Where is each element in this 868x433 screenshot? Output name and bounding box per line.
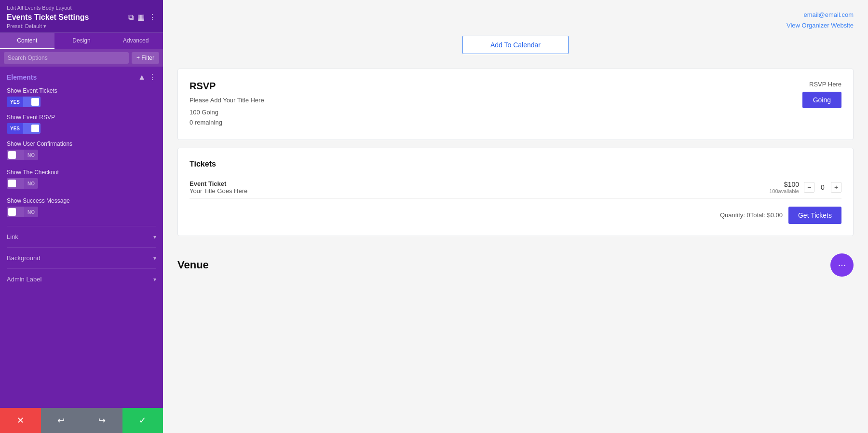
- preset-chevron: ▾: [43, 23, 46, 29]
- rsvp-here-label: RSVP Here: [809, 81, 841, 88]
- ticket-total-label: Quantity: 0Total: $0.00: [720, 211, 783, 219]
- collapse-icon[interactable]: ▲: [138, 73, 146, 82]
- link-section[interactable]: Link ▾: [7, 226, 156, 247]
- admin-label-chevron-icon: ▾: [153, 276, 156, 283]
- options-icon[interactable]: ⋮: [149, 72, 156, 82]
- elements-section-header: Elements ▲ ⋮: [7, 72, 156, 82]
- tickets-card: Tickets Event Ticket Your Title Goes Her…: [177, 148, 854, 236]
- section-header-icons: ▲ ⋮: [138, 72, 156, 82]
- ticket-footer: Quantity: 0Total: $0.00 Get Tickets: [190, 207, 841, 224]
- venue-section: Venue ···: [177, 244, 854, 286]
- show-event-rsvp-label: Show Event RSVP: [7, 114, 156, 121]
- add-to-calendar-button[interactable]: Add To Calendar: [462, 36, 569, 54]
- ticket-available: 100available: [769, 188, 799, 194]
- preset-row: Preset: Default ▾: [7, 23, 156, 29]
- panel-title: Events Ticket Settings: [7, 13, 89, 22]
- panel-header: Edit All Events Body Layout Events Ticke…: [0, 0, 163, 33]
- more-icon[interactable]: ⋮: [149, 13, 156, 22]
- ticket-right: $100 100available − 0 +: [769, 181, 841, 194]
- toggle-no-label3: no: [24, 207, 38, 217]
- background-chevron-icon: ▾: [153, 255, 156, 262]
- going-button[interactable]: Going: [802, 92, 841, 108]
- background-section[interactable]: Background ▾: [7, 247, 156, 268]
- add-to-calendar-wrap: Add To Calendar: [177, 36, 854, 54]
- going-count: 100 Going: [190, 108, 264, 118]
- main-content: email@email.com View Organizer Website A…: [163, 0, 868, 433]
- toggle-slider5: [7, 207, 24, 217]
- qty-value: 0: [818, 183, 827, 191]
- venue-fab-button[interactable]: ···: [830, 253, 854, 277]
- copy-icon[interactable]: ⧉: [128, 13, 134, 22]
- toggle-slider2: [23, 123, 41, 134]
- search-input[interactable]: [4, 52, 129, 64]
- toggle-slider4: [7, 178, 24, 189]
- show-event-tickets-option: Show Event Tickets yes: [7, 87, 156, 107]
- tabs-row: Content Design Advanced: [0, 33, 163, 49]
- tab-advanced[interactable]: Advanced: [108, 33, 163, 49]
- show-event-tickets-label: Show Event Tickets: [7, 87, 156, 94]
- search-filter-row: + Filter: [0, 49, 163, 67]
- link-label: Link: [7, 233, 18, 240]
- show-checkout-toggle[interactable]: no: [7, 178, 38, 189]
- rsvp-title: RSVP: [190, 81, 264, 92]
- ticket-row: Event Ticket Your Title Goes Here $100 1…: [190, 176, 841, 199]
- tab-content[interactable]: Content: [0, 33, 54, 49]
- venue-title: Venue: [177, 259, 209, 271]
- toggle-yes-label: yes: [7, 97, 23, 107]
- background-label: Background: [7, 254, 40, 262]
- show-success-option: Show Success Message no: [7, 197, 156, 219]
- ticket-price-wrap: $100 100available: [769, 181, 799, 194]
- rsvp-card: RSVP Please Add Your Title Here 100 Goin…: [177, 69, 854, 140]
- undo-button[interactable]: ↩: [41, 408, 82, 433]
- preset-label: Preset: Default: [7, 23, 42, 29]
- link-chevron-icon: ▾: [153, 234, 156, 240]
- show-user-confirmations-option: Show User Confirmations no: [7, 140, 156, 162]
- ticket-name: Event Ticket: [190, 180, 247, 187]
- email-link[interactable]: email@email.com: [177, 10, 854, 20]
- save-button[interactable]: ✓: [122, 408, 163, 433]
- tab-design[interactable]: Design: [54, 33, 109, 49]
- show-user-confirmations-toggle[interactable]: no: [7, 150, 38, 160]
- ticket-subtitle: Your Title Goes Here: [190, 187, 247, 195]
- toggle-slider3: [7, 150, 24, 160]
- panel-content: Elements ▲ ⋮ Show Event Tickets yes Show…: [0, 67, 163, 408]
- toggle-yes-label2: yes: [7, 123, 23, 134]
- show-event-rsvp-option: Show Event RSVP yes: [7, 114, 156, 134]
- left-panel: Edit All Events Body Layout Events Ticke…: [0, 0, 163, 433]
- elements-title: Elements: [7, 73, 37, 81]
- top-links: email@email.com View Organizer Website: [177, 10, 854, 31]
- bottom-bar: ✕ ↩ ↪ ✓: [0, 408, 163, 433]
- remaining-count: 0 remaining: [190, 118, 264, 128]
- filter-button[interactable]: + Filter: [132, 52, 159, 64]
- show-user-confirmations-label: Show User Confirmations: [7, 140, 156, 147]
- rsvp-going: 100 Going 0 remaining: [190, 108, 264, 128]
- show-checkout-label: Show The Checkout: [7, 169, 156, 176]
- admin-label-text: Admin Label: [7, 276, 41, 283]
- get-tickets-button[interactable]: Get Tickets: [788, 207, 841, 224]
- qty-minus-button[interactable]: −: [804, 182, 814, 193]
- rsvp-subtitle: Please Add Your Title Here: [190, 97, 264, 104]
- toggle-no-label2: no: [24, 178, 38, 189]
- toggle-no-label: no: [24, 150, 38, 160]
- redo-button[interactable]: ↪: [81, 408, 122, 433]
- cancel-button[interactable]: ✕: [0, 408, 41, 433]
- rsvp-card-inner: RSVP Please Add Your Title Here 100 Goin…: [190, 81, 841, 128]
- panel-title-icons: ⧉ ▦ ⋮: [128, 13, 156, 22]
- qty-plus-button[interactable]: +: [831, 182, 841, 193]
- fab-dots-icon: ···: [838, 259, 846, 270]
- rsvp-left: RSVP Please Add Your Title Here 100 Goin…: [190, 81, 264, 128]
- grid-icon[interactable]: ▦: [137, 13, 145, 22]
- rsvp-right: RSVP Here Going: [802, 81, 841, 108]
- ticket-info: Event Ticket Your Title Goes Here: [190, 180, 247, 195]
- organizer-website-link[interactable]: View Organizer Website: [177, 20, 854, 31]
- show-event-rsvp-toggle[interactable]: yes: [7, 123, 41, 134]
- qty-controls: − 0 +: [804, 182, 841, 193]
- ticket-price: $100: [769, 181, 799, 188]
- show-checkout-option: Show The Checkout no: [7, 169, 156, 191]
- show-success-label: Show Success Message: [7, 197, 156, 204]
- toggle-slider: [23, 97, 41, 107]
- tickets-title: Tickets: [190, 160, 841, 168]
- show-success-toggle[interactable]: no: [7, 207, 38, 217]
- admin-label-section[interactable]: Admin Label ▾: [7, 268, 156, 290]
- show-event-tickets-toggle[interactable]: yes: [7, 97, 41, 107]
